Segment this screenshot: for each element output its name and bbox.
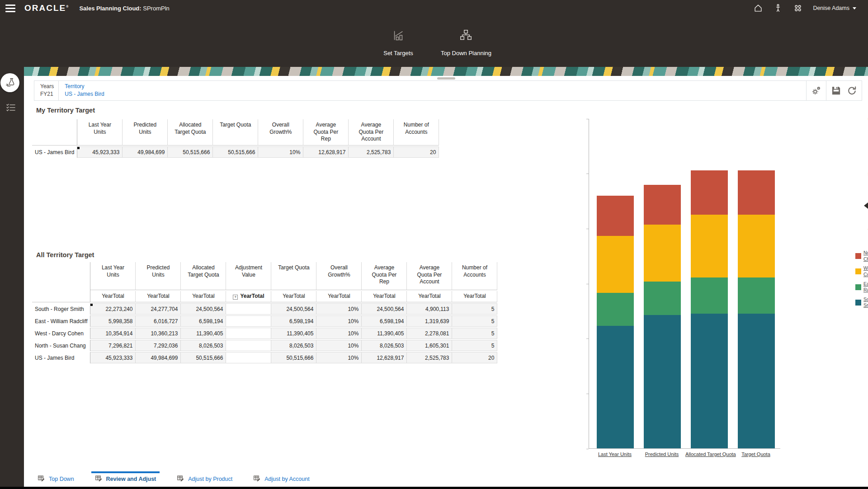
bar-segment-east[interactable] <box>597 293 634 326</box>
x-axis-category-label[interactable]: Last Year Units <box>591 451 638 457</box>
period-header[interactable]: YearTotal <box>452 291 497 302</box>
user-menu[interactable]: Denise Adams <box>813 5 856 11</box>
period-header[interactable]: YearTotal <box>181 291 226 302</box>
period-header[interactable]: YearTotal <box>271 291 316 302</box>
tab-adjust-by-account[interactable]: Adjust by Account <box>250 471 313 487</box>
tab-review-and-adjust[interactable]: Review and Adjust <box>91 471 160 487</box>
data-cell: 1,319,639 <box>407 315 452 327</box>
row-header[interactable]: East - William Radcliff <box>32 315 90 327</box>
period-header[interactable]: YearTotal <box>362 291 407 302</box>
x-axis-category-label[interactable]: Predicted Units <box>638 451 685 457</box>
assistance-person-icon[interactable] <box>773 3 783 13</box>
bar-segment-west[interactable] <box>644 225 681 282</box>
column-header[interactable]: Average Quota Per Account <box>349 119 394 146</box>
column-header[interactable]: Number of Accounts <box>452 262 497 290</box>
bar-segment-north[interactable] <box>597 196 634 236</box>
save-icon[interactable] <box>831 85 841 96</box>
column-header[interactable]: Allocated Target Quota <box>168 119 213 146</box>
refresh-icon[interactable] <box>847 85 857 96</box>
data-cell[interactable] <box>226 303 271 315</box>
tab-adjust-by-product[interactable]: Adjust by Product <box>173 471 236 487</box>
column-header[interactable]: Last Year Units <box>90 262 136 290</box>
bar-predicted-units <box>639 185 686 448</box>
column-header[interactable]: Adjustment Value <box>226 262 271 290</box>
x-axis-category-label[interactable]: Allocated Target Quota <box>685 451 732 457</box>
row-header[interactable]: US - James Bird <box>32 352 90 363</box>
pov-dimension-name[interactable]: Years <box>40 83 54 89</box>
period-header[interactable]: YearTotal <box>90 291 136 302</box>
navigation-flow-strip: Set TargetsTop Down Planning <box>0 16 868 67</box>
settings-gears-icon[interactable] <box>811 85 821 96</box>
data-cell: 10% <box>316 328 362 339</box>
pov-member[interactable]: US - James Bird <box>65 91 104 97</box>
bar-segment-south[interactable] <box>691 314 728 448</box>
product-title: Sales Planning Cloud: SPromPln <box>79 5 169 12</box>
hamburger-menu-icon[interactable] <box>0 0 21 16</box>
column-header[interactable]: Allocated Target Quota <box>181 262 226 290</box>
bar-segment-north[interactable] <box>644 185 681 225</box>
expand-icon[interactable]: + <box>233 295 238 300</box>
period-header[interactable]: YearTotal <box>136 291 181 302</box>
tab-label: Review and Adjust <box>106 476 156 482</box>
column-header[interactable]: Predicted Units <box>136 262 181 290</box>
bar-segment-north[interactable] <box>738 170 775 215</box>
data-cell: 6,598,194 <box>271 315 316 327</box>
bar-segment-east[interactable] <box>738 277 775 314</box>
scroll-edge-arrow[interactable] <box>864 202 868 209</box>
pov-member[interactable]: FY21 <box>40 91 54 97</box>
bar-segment-south[interactable] <box>597 326 634 448</box>
tab-label: Adjust by Product <box>188 476 232 482</box>
panel-drag-handle[interactable] <box>437 77 455 80</box>
legend-item[interactable]: North - Susan Chang <box>855 250 868 262</box>
legend-item[interactable]: East - William Radcliff <box>855 281 868 293</box>
app-switcher-icon[interactable] <box>793 3 803 13</box>
grid-row: West - Darcy Cohen10,354,91410,360,21311… <box>32 328 497 339</box>
data-cell[interactable] <box>226 315 271 327</box>
bar-segment-south[interactable] <box>644 315 681 448</box>
tab-top-down[interactable]: Top Down <box>34 471 78 487</box>
row-header[interactable]: US - James Bird <box>32 146 77 158</box>
column-header[interactable]: Target Quota <box>213 119 258 146</box>
legend-item[interactable]: South - Roger Smith <box>855 296 868 309</box>
bar-segment-east[interactable] <box>644 282 681 315</box>
column-header[interactable]: Average Quota Per Account <box>407 262 452 290</box>
y-tick-label: 40M <box>856 226 868 231</box>
row-header[interactable]: West - Darcy Cohen <box>32 328 90 339</box>
sandbox-button[interactable] <box>0 73 19 92</box>
data-cell: 45,923,333 <box>77 146 123 158</box>
bar-segment-north[interactable] <box>691 170 728 215</box>
bar-segment-east[interactable] <box>691 277 728 314</box>
x-axis-category-label[interactable]: Target Quota <box>732 451 779 457</box>
column-header[interactable]: Predicted Units <box>123 119 168 146</box>
row-header[interactable]: North - Susan Chang <box>32 340 90 351</box>
column-header[interactable]: Average Quota Per Rep <box>362 262 407 290</box>
row-header[interactable]: South - Roger Smith <box>32 303 90 315</box>
bar-segment-west[interactable] <box>691 215 728 277</box>
home-icon[interactable] <box>753 3 763 13</box>
column-header[interactable]: Target Quota <box>271 262 316 290</box>
column-header[interactable]: Number of Accounts <box>394 119 439 146</box>
period-header[interactable]: YearTotal <box>407 291 452 302</box>
data-cell[interactable] <box>226 340 271 351</box>
data-cell: 5 <box>452 303 497 315</box>
period-header[interactable]: +YearTotal <box>226 291 271 302</box>
nav-item-set-targets[interactable]: Set Targets <box>377 29 420 56</box>
task-list-icon[interactable] <box>5 102 16 113</box>
column-header[interactable]: Average Quota Per Rep <box>303 119 349 146</box>
data-cell[interactable] <box>226 352 271 363</box>
set-targets-icon <box>392 29 405 44</box>
data-cell[interactable] <box>226 328 271 339</box>
data-cell: 5 <box>452 340 497 351</box>
legend-swatch <box>855 284 861 290</box>
legend-item[interactable]: West - Darcy Cohen <box>855 265 868 277</box>
nav-item-top-down-planning[interactable]: Top Down Planning <box>441 29 491 56</box>
bar-segment-west[interactable] <box>738 215 775 277</box>
pov-dimension-name[interactable]: Territory <box>65 83 104 89</box>
column-header[interactable]: Last Year Units <box>77 119 123 146</box>
bar-segment-west[interactable] <box>597 236 634 293</box>
column-header[interactable]: Overall Growth% <box>258 119 303 146</box>
data-cell: 6,598,194 <box>362 315 407 327</box>
period-header[interactable]: YearTotal <box>316 291 362 302</box>
column-header[interactable]: Overall Growth% <box>316 262 362 290</box>
bar-segment-south[interactable] <box>738 314 775 448</box>
